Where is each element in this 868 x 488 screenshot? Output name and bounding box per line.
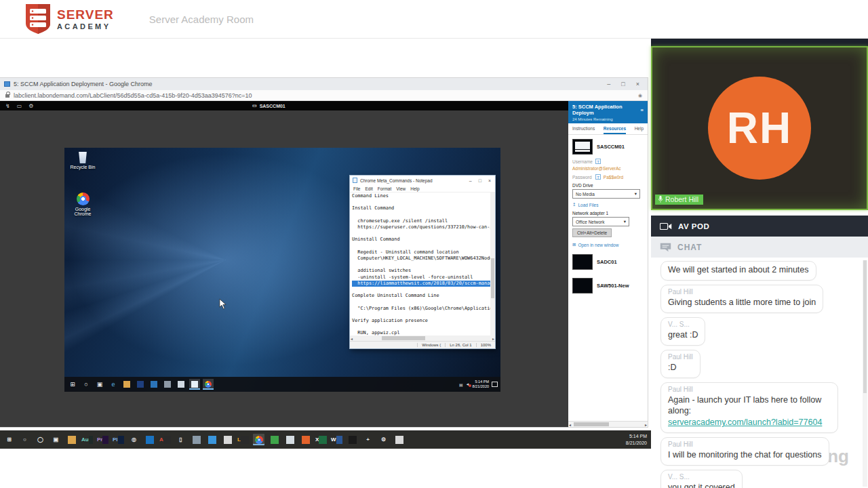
cortana-icon[interactable]: ◯ <box>35 434 46 445</box>
file-explorer-icon[interactable] <box>66 434 77 445</box>
dvd-drive-select[interactable]: No Media ▾ <box>572 189 640 199</box>
remote-clock[interactable]: 5:14 PM 8/21/2020 <box>473 380 489 389</box>
type-text-icon[interactable]: T <box>595 174 601 180</box>
chrome-icon[interactable] <box>253 434 264 445</box>
vm-thumbnail[interactable] <box>572 139 593 155</box>
app-icon[interactable] <box>135 379 146 390</box>
pc-icon[interactable]: ▯ <box>175 434 186 445</box>
ctrl-alt-delete-button[interactable]: Ctrl+Alt+Delete <box>572 228 612 237</box>
audition-icon[interactable]: Au <box>81 434 93 445</box>
network-icon[interactable]: ▤ <box>459 382 463 387</box>
vm-row-sadc01[interactable]: SADC01 <box>572 254 644 270</box>
extension-icon[interactable]: ◉ <box>638 93 642 98</box>
vm-row-sasccm01[interactable]: SASCCM01 <box>572 139 644 155</box>
powershell-icon[interactable] <box>206 434 218 445</box>
task-view-icon[interactable]: ▣ <box>50 434 62 445</box>
settings-icon[interactable]: ⚙ <box>378 434 389 445</box>
recycle-bin-icon[interactable]: Recycle Bin <box>64 152 102 169</box>
minimize-icon[interactable]: – <box>607 81 610 87</box>
ie-icon[interactable]: e <box>108 379 119 390</box>
network-select[interactable]: Office Network ▾ <box>572 217 629 226</box>
prelude-icon[interactable]: Pl <box>113 434 124 445</box>
notepad-icon[interactable] <box>189 379 200 390</box>
chat-scrollbar[interactable] <box>863 260 867 487</box>
message-author: V... S... <box>668 321 698 328</box>
notepad-window[interactable]: Chrome Meta_Commands - Notepad – □ × Fil… <box>349 175 496 349</box>
app-icon[interactable] <box>149 379 159 390</box>
camtasia-icon[interactable] <box>284 434 296 445</box>
power-icon[interactable]: ↯ <box>5 103 10 109</box>
teamviewer-icon[interactable] <box>144 434 155 445</box>
maximize-icon[interactable]: □ <box>479 178 481 183</box>
remote-desktop[interactable]: Recycle Bin Google Chrome Chrome Meta_Co… <box>64 148 500 392</box>
host-clock[interactable]: 5:14 PM 8/21/2020 <box>626 430 651 449</box>
type-text-icon[interactable]: T <box>595 159 601 164</box>
message-author: Paul Hill <box>668 386 831 393</box>
word-icon[interactable]: W <box>331 434 342 445</box>
window-icon[interactable] <box>222 434 233 445</box>
premiere-icon[interactable]: Pr <box>97 434 108 445</box>
monitor-icon[interactable]: ▭ <box>17 103 22 109</box>
vertical-scrollbar[interactable] <box>490 192 495 336</box>
message-text: We will get started in about 2 minutes <box>668 264 809 276</box>
menu-item[interactable]: Edit <box>365 186 372 191</box>
docs-icon[interactable] <box>176 379 186 390</box>
close-icon[interactable]: × <box>488 178 491 183</box>
app-icon[interactable] <box>162 379 173 390</box>
start-icon[interactable]: ⊞ <box>3 434 15 445</box>
open-new-window-link[interactable]: ⊞ Open in new window <box>572 242 644 247</box>
plus-icon[interactable]: + <box>362 434 374 445</box>
chrome-icon[interactable] <box>203 379 214 390</box>
firefox-icon[interactable] <box>300 434 311 445</box>
gear-icon[interactable]: ⚙ <box>28 103 33 109</box>
notepad-text[interactable]: Command LinesInstall Command chromesetup… <box>350 192 495 336</box>
load-files-link[interactable]: ↥ Load Files <box>572 202 644 207</box>
action-center-icon[interactable] <box>492 382 498 387</box>
obs-icon[interactable]: ◎ <box>128 434 140 445</box>
menu-item[interactable]: Help <box>410 186 419 191</box>
video-camera-icon <box>660 222 672 230</box>
horizontal-scrollbar[interactable]: ◂ ▸ <box>350 336 495 341</box>
tab[interactable]: Instructions <box>572 126 595 134</box>
mic-icon[interactable] <box>393 434 405 445</box>
close-icon[interactable]: × <box>636 81 639 87</box>
vm-thumbnail[interactable] <box>572 254 593 270</box>
text-line: Verify application presence <box>352 318 493 324</box>
menu-item[interactable]: Format <box>378 186 392 191</box>
logo-text-server: SERVER <box>57 8 114 21</box>
menu-item[interactable]: View <box>396 186 406 191</box>
sharex-icon[interactable] <box>269 434 280 445</box>
message-link[interactable]: serveracademy.com/launch?labid=77604 <box>668 417 831 428</box>
url-text[interactable]: labclient.labondemand.com/LabClient/56d5… <box>14 92 252 99</box>
chrome-title-bar[interactable]: 5: SCCM Application Deployment - Google … <box>0 78 648 90</box>
presenter-video-pod[interactable]: RH Robert Hill <box>651 46 868 210</box>
task-view-icon[interactable]: ▣ <box>94 379 105 390</box>
excel-icon[interactable]: X <box>315 434 327 445</box>
maximize-icon[interactable]: □ <box>621 81 625 87</box>
start-icon[interactable]: ⊞ <box>67 379 78 390</box>
search-icon[interactable]: ○ <box>19 434 31 445</box>
tab[interactable]: Help <box>635 126 644 134</box>
acrobat-icon[interactable]: A <box>159 434 171 445</box>
capture-icon[interactable]: L <box>237 434 249 445</box>
minimize-icon[interactable]: – <box>469 178 472 183</box>
chrome-desktop-icon[interactable]: Google Chrome <box>64 192 102 216</box>
vm-row-saw501[interactable]: SAW501-New <box>572 278 644 293</box>
menu-item[interactable]: File <box>353 186 360 191</box>
av-pod-header[interactable]: AV POD <box>651 216 868 237</box>
address-bar[interactable]: labclient.labondemand.com/LabClient/56d5… <box>0 90 648 101</box>
search-icon[interactable]: ○ <box>81 379 92 390</box>
vm-thumbnail[interactable] <box>572 278 593 293</box>
cmd-icon[interactable] <box>347 434 358 445</box>
tab[interactable]: Resources <box>604 126 626 134</box>
text-line <box>352 243 493 249</box>
file-explorer-icon[interactable] <box>121 379 132 390</box>
hamburger-icon[interactable]: ≡ <box>641 107 644 113</box>
chat-header[interactable]: CHAT <box>651 237 868 258</box>
photos-icon[interactable] <box>191 434 202 445</box>
speaker-icon[interactable]: ◄ <box>466 382 470 386</box>
notepad-title-bar[interactable]: Chrome Meta_Commands - Notepad – □ × <box>350 176 495 185</box>
text-line <box>352 324 493 330</box>
text-line: Computer\HKEY_LOCAL_MACHINE\SOFTWARE\WOW… <box>352 256 493 262</box>
horizontal-scrollbar[interactable]: ◂ ▸ <box>568 421 648 427</box>
